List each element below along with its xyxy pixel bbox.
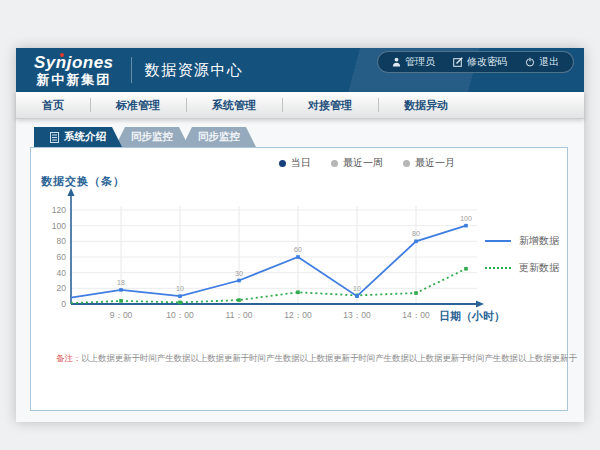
radio-dot-icon [331,160,338,167]
footnote-prefix: 备注： [56,353,81,363]
edit-icon [453,57,463,67]
svg-text:14：00: 14：00 [402,310,430,320]
header-divider [131,57,132,83]
radio-label: 最近一月 [415,156,455,170]
user-toolbar: 管理员 修改密码 退出 [377,51,574,73]
svg-text:18: 18 [117,279,125,286]
svg-text:40: 40 [57,268,67,278]
nav-item-1[interactable]: 首页 [16,92,90,118]
radio-dot-icon [279,160,286,167]
tab-bar: 系统介绍同步监控同步监控 [34,127,256,147]
logout-label: 退出 [539,55,559,69]
radio-option-3[interactable]: 最近一月 [403,156,455,170]
logo-cn: 新中新集团 [34,73,114,86]
svg-text:60: 60 [57,252,67,262]
document-icon [50,132,59,143]
tab-label: 同步监控 [131,130,173,144]
radio-option-2[interactable]: 最近一周 [331,156,383,170]
logo-red-dot-icon [60,53,64,57]
app-window: Synjones 新中新集团 数据资源中心 管理员 [16,48,584,422]
line-chart: 0204060801001209：0010：0011：0012：0013：001… [41,186,521,326]
svg-text:11：00: 11：00 [226,310,253,320]
svg-text:100: 100 [52,221,66,231]
tab-label: 同步监控 [198,130,240,144]
legend-item-1[interactable]: 新增数据 [485,234,559,248]
person-icon [392,57,401,67]
svg-text:日期（小时）: 日期（小时） [439,310,505,323]
change-password-label: 修改密码 [467,55,507,69]
page-background: Synjones 新中新集团 数据资源中心 管理员 [0,0,600,450]
nav-item-4[interactable]: 对接管理 [282,92,378,118]
brand-logo: Synjones 新中新集团 [30,54,118,86]
nav-item-2[interactable]: 标准管理 [90,92,186,118]
svg-text:10: 10 [353,285,361,292]
nav-item-3[interactable]: 系统管理 [186,92,282,118]
legend-label: 新增数据 [519,234,559,248]
page-title: 数据资源中心 [145,61,244,80]
tab-label: 系统介绍 [64,130,106,144]
svg-text:100: 100 [460,215,472,222]
tab-3[interactable]: 同步监控 [182,127,256,147]
time-range-radios: 当日最近一周最近一月 [279,156,455,170]
svg-text:80: 80 [57,236,67,246]
svg-text:60: 60 [294,246,302,253]
footnote: 备注：以上数据更新于时间产生数据以上数据更新于时间产生数据以上数据更新于时间产生… [56,353,577,365]
admin-user-button[interactable]: 管理员 [392,55,435,69]
svg-text:13：00: 13：00 [343,310,371,320]
svg-text:30: 30 [235,270,243,277]
svg-text:9：00: 9：00 [110,310,133,320]
svg-text:10：00: 10：00 [166,310,194,320]
radio-dot-icon [403,160,410,167]
radio-label: 当日 [291,156,311,170]
footnote-text: 以上数据更新于时间产生数据以上数据更新于时间产生数据以上数据更新于时间产生数据以… [81,353,577,363]
logo-en: Synjones [34,54,114,71]
power-icon [525,57,535,67]
legend-swatch-icon [485,267,511,269]
main-nav: 首页标准管理系统管理对接管理数据异动 [16,92,584,119]
svg-text:10: 10 [176,285,184,292]
tab-2[interactable]: 同步监控 [115,127,189,147]
change-password-button[interactable]: 修改密码 [453,55,507,69]
content-panel: 当日最近一周最近一月 数据交换（条） 0204060801001209：0010… [30,147,568,411]
app-header: Synjones 新中新集团 数据资源中心 管理员 [16,48,584,92]
radio-option-1[interactable]: 当日 [279,156,311,170]
svg-text:120: 120 [52,205,66,215]
nav-item-5[interactable]: 数据异动 [378,92,474,118]
svg-text:12：00: 12：00 [284,310,312,320]
svg-text:0: 0 [61,299,66,309]
svg-text:80: 80 [412,230,420,237]
svg-text:20: 20 [57,283,67,293]
legend-item-2[interactable]: 更新数据 [485,261,559,275]
legend-swatch-icon [485,240,511,242]
tab-1[interactable]: 系统介绍 [34,127,122,147]
radio-label: 最近一周 [343,156,383,170]
series-legend: 新增数据更新数据 [485,234,559,275]
admin-label: 管理员 [405,55,435,69]
legend-label: 更新数据 [519,261,559,275]
logout-button[interactable]: 退出 [525,55,559,69]
